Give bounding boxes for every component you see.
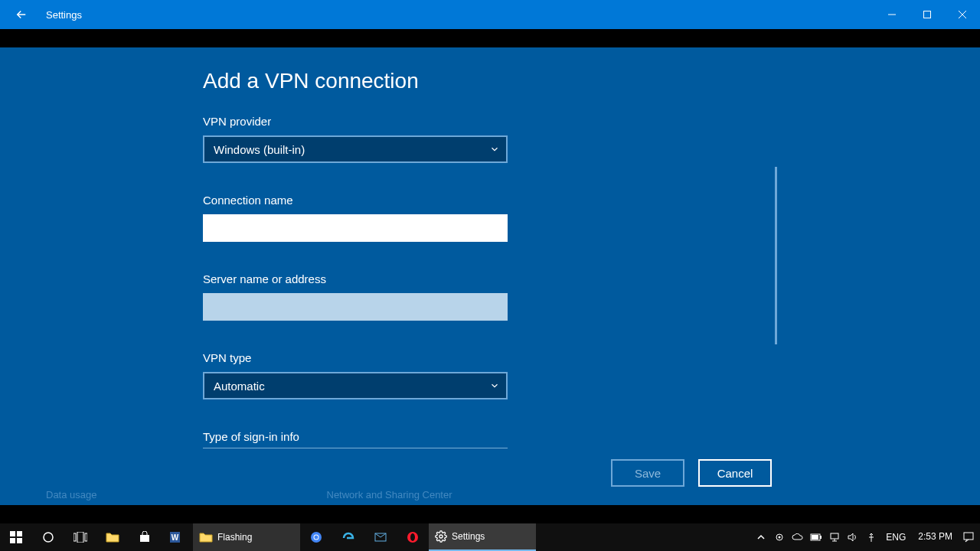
tray-usb[interactable] <box>863 523 880 551</box>
network-icon <box>829 533 840 542</box>
svg-text:W: W <box>172 533 179 542</box>
edge-task[interactable] <box>332 523 364 551</box>
svg-rect-25 <box>812 535 818 540</box>
taskbar: W Flashing Settings <box>0 523 980 551</box>
svg-rect-1 <box>924 11 931 18</box>
action-center[interactable] <box>960 523 977 551</box>
letterbox-bottom <box>0 505 980 523</box>
cloud-icon <box>792 533 804 541</box>
vpn-provider-value: Windows (built-in) <box>214 143 305 156</box>
opera-icon <box>407 531 419 543</box>
store-icon <box>139 531 151 543</box>
cortana-icon <box>42 531 54 543</box>
svg-rect-5 <box>17 531 22 536</box>
save-button[interactable]: Save <box>611 459 684 487</box>
tray-language-label: ENG <box>886 532 906 543</box>
vpn-add-pane: Data usage Network and Sharing Center Ad… <box>0 47 980 505</box>
tray-location[interactable] <box>771 523 788 551</box>
edge-icon <box>342 531 354 543</box>
settings-task[interactable]: Settings <box>429 523 536 551</box>
opera-task[interactable] <box>397 523 429 551</box>
signin-type-label: Type of sign-in info <box>203 430 508 448</box>
bg-item-data-usage: Data usage <box>46 489 97 500</box>
bg-item-network-center: Network and Sharing Center <box>327 489 452 500</box>
svg-rect-10 <box>77 532 83 543</box>
svg-rect-11 <box>85 533 87 541</box>
window-title: Settings <box>46 9 82 21</box>
cortana-button[interactable] <box>32 523 64 551</box>
minimize-button[interactable] <box>874 0 910 29</box>
svg-rect-4 <box>10 531 15 536</box>
server-address-input[interactable] <box>203 293 508 321</box>
chevron-up-icon <box>757 533 765 541</box>
arrow-left-icon <box>15 8 28 21</box>
notification-icon <box>963 532 974 543</box>
usb-icon <box>867 532 876 543</box>
svg-rect-9 <box>74 533 76 541</box>
mail-icon <box>374 532 387 543</box>
vpn-provider-dropdown[interactable]: Windows (built-in) <box>203 135 508 163</box>
svg-rect-24 <box>820 536 822 539</box>
tray-onedrive[interactable] <box>789 523 806 551</box>
windows-icon <box>10 531 22 543</box>
file-explorer-task[interactable]: Flashing <box>193 523 300 551</box>
vpn-type-dropdown[interactable]: Automatic <box>203 372 508 399</box>
chevron-down-icon <box>489 144 500 155</box>
svg-point-22 <box>779 536 781 539</box>
connection-name-input[interactable] <box>203 214 508 242</box>
folder-icon <box>199 531 213 543</box>
vpn-provider-label: VPN provider <box>203 115 769 128</box>
cancel-button[interactable]: Cancel <box>698 459 772 487</box>
svg-rect-29 <box>964 533 973 540</box>
system-tray: ENG 2:53 PM <box>753 523 980 551</box>
speaker-icon <box>848 533 858 542</box>
server-address-label: Server name or address <box>203 272 769 285</box>
location-icon <box>775 533 784 542</box>
word-icon: W <box>170 531 184 543</box>
tray-overflow[interactable] <box>753 523 769 551</box>
tray-volume[interactable] <box>844 523 861 551</box>
chevron-down-icon <box>489 380 500 391</box>
maximize-icon <box>923 10 932 19</box>
vpn-type-value: Automatic <box>214 380 265 393</box>
task-view-icon <box>74 532 87 543</box>
letterbox-top <box>0 29 980 47</box>
clock-time: 2:53 PM <box>918 532 952 542</box>
svg-point-19 <box>410 533 415 541</box>
minimize-icon <box>887 10 897 19</box>
tray-network[interactable] <box>826 523 843 551</box>
page-title: Add a VPN connection <box>203 69 769 93</box>
dialog-buttons: Save Cancel <box>611 459 772 487</box>
tray-battery[interactable] <box>808 523 825 551</box>
settings-task-label: Settings <box>452 531 485 542</box>
maximize-button[interactable] <box>910 0 945 29</box>
close-icon <box>958 10 967 19</box>
svg-point-20 <box>439 535 443 538</box>
vpn-type-label: VPN type <box>203 351 769 364</box>
underlying-page: Data usage Network and Sharing Center <box>0 484 980 505</box>
word-pinned[interactable]: W <box>161 523 193 551</box>
svg-point-16 <box>315 536 318 540</box>
start-button[interactable] <box>0 523 32 551</box>
chrome-task[interactable] <box>300 523 332 551</box>
mail-task[interactable] <box>364 523 397 551</box>
back-button[interactable] <box>0 0 43 29</box>
chrome-icon <box>310 531 322 543</box>
svg-point-8 <box>44 533 53 542</box>
close-button[interactable] <box>945 0 980 29</box>
svg-rect-6 <box>10 538 15 543</box>
tray-language[interactable]: ENG <box>881 523 910 551</box>
file-explorer-pinned[interactable] <box>96 523 129 551</box>
svg-rect-26 <box>831 533 838 539</box>
scrollbar[interactable] <box>775 167 777 344</box>
file-explorer-task-label: Flashing <box>217 532 252 543</box>
folder-icon <box>106 531 119 543</box>
task-view-button[interactable] <box>64 523 96 551</box>
settings-titlebar: Settings <box>0 0 980 29</box>
battery-icon <box>810 533 822 541</box>
store-pinned[interactable] <box>129 523 161 551</box>
gear-icon <box>435 530 447 543</box>
taskbar-clock[interactable]: 2:53 PM <box>912 532 959 542</box>
connection-name-label: Connection name <box>203 194 769 207</box>
svg-rect-7 <box>17 538 22 543</box>
